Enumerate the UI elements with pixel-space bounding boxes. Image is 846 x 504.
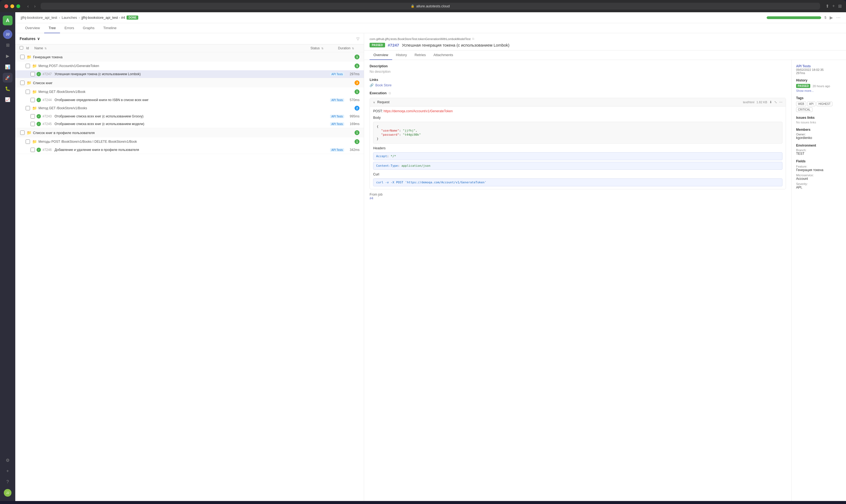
more-actions-icon[interactable]: ⋯	[779, 100, 782, 104]
sidebar-icon-profile[interactable]: JJ	[3, 488, 13, 498]
api-tests-section: API Tests 09/02/2022 18:02:35 297ms	[796, 64, 842, 75]
breadcrumb-project[interactable]: jjfhj-bookstore_api_test	[21, 16, 57, 20]
method-row-3[interactable]: 📁 Метод GET /BookStore/v1/Books 2	[15, 104, 364, 112]
sidebar-icon-defects[interactable]: 🐛	[3, 84, 13, 93]
detail-tab-overview[interactable]: Overview	[369, 50, 392, 60]
minimize-button[interactable]	[10, 4, 14, 8]
sidebar-icon-settings[interactable]: ⚙	[3, 455, 13, 465]
body-section: Body { "userName": "jjfhj", "password":	[373, 116, 782, 144]
sidebar-icon-help[interactable]: ?	[3, 477, 13, 487]
lock-icon: 🔒	[411, 4, 415, 8]
test-row-7245[interactable]: ✓ #7245 Отображение списка всех книг (с …	[15, 120, 364, 128]
feature-checkbox-3[interactable]	[20, 130, 25, 135]
tab-overview[interactable]: Overview	[21, 23, 44, 33]
test-checkbox-7247[interactable]	[31, 72, 35, 76]
sidebar-icon-add[interactable]: +	[3, 466, 13, 476]
detail-tab-attachments[interactable]: Attachments	[430, 50, 457, 60]
feature-count-2: 3	[355, 80, 360, 85]
maximize-button[interactable]	[16, 4, 20, 8]
detail-tab-retries[interactable]: Retries	[411, 50, 430, 60]
status-sort-icon: ⇅	[321, 47, 324, 50]
feature-row-2[interactable]: 📁 Список книг 3	[15, 78, 364, 87]
sidebar-icon-tests[interactable]: 🚀	[3, 73, 13, 83]
test-row-7243[interactable]: ✓ #7243 Отображение списка всех книг (с …	[15, 112, 364, 120]
test-checkbox-7243[interactable]	[31, 114, 35, 119]
body-code-block: { "userName": "jjfhj", "password": "t44@…	[373, 122, 782, 144]
request-card: ∨ Request text/html 1.82 KB ⬇ ⤡ ⋯	[369, 98, 786, 190]
method-checkbox-2[interactable]	[25, 90, 31, 94]
col-name-header[interactable]: Name ⇅	[34, 46, 310, 50]
breadcrumb: jjfhj-bookstore_api_test › Launches › jj…	[21, 16, 138, 20]
breadcrumb-launches[interactable]: Launches	[62, 16, 77, 20]
class-path-text: com.github.jjfhj.tests.BookStoreTest.tok…	[369, 37, 470, 41]
select-all-checkbox[interactable]	[20, 46, 23, 50]
post-url-link[interactable]: https://demoqa.com/Account/v1/GenerateTo…	[383, 109, 452, 113]
method-folder-icon-2: 📁	[32, 90, 37, 94]
method-name-1: Метод POST /Account/v1/GenerateToken	[38, 64, 355, 68]
expand-icon[interactable]: ⤡	[774, 100, 777, 104]
test-tag-7247: API Tests	[330, 72, 344, 76]
grid-icon[interactable]: ⊞	[838, 3, 842, 9]
detail-tab-history[interactable]: History	[392, 50, 411, 60]
back-button[interactable]: ‹	[25, 3, 30, 9]
request-toggle[interactable]: ∨	[373, 101, 375, 104]
test-row-7244[interactable]: ✓ #7244 Отображение определенной книги п…	[15, 96, 364, 104]
filter-icon[interactable]: ▽	[357, 36, 360, 41]
test-tag-7246: API Tests	[330, 148, 344, 152]
curl-title: Curl	[373, 173, 782, 176]
method-row-1[interactable]: 📁 Метод POST /Account/v1/GenerateToken 1	[15, 61, 364, 70]
user-avatar[interactable]: JJ	[3, 30, 12, 39]
tab-graphs[interactable]: Graphs	[79, 23, 99, 33]
close-button[interactable]	[4, 4, 8, 8]
sidebar-icon-metrics[interactable]: 📈	[3, 94, 13, 104]
test-id-7246: #7246	[42, 148, 53, 152]
top-header: jjfhj-bookstore_api_test › Launches › jj…	[15, 12, 846, 23]
test-row-7247[interactable]: ✓ #7247 Успешная генерация токена (с исп…	[15, 70, 364, 78]
method-checkbox-3[interactable]	[25, 106, 31, 110]
download-icon[interactable]: ⬇	[770, 100, 772, 104]
execution-header: Execution ⧉	[369, 91, 786, 95]
method-checkbox-4[interactable]	[25, 140, 31, 144]
test-duration-7244: 570ms	[346, 98, 360, 102]
feature-checkbox-1[interactable]	[20, 55, 25, 59]
method-row-2[interactable]: 📁 Метод GET /BookStore/v1/Book 1	[15, 87, 364, 96]
test-checkbox-7246[interactable]	[31, 148, 35, 152]
link-bookstore[interactable]: Book Store	[375, 83, 391, 87]
share-icon[interactable]: ⬆	[826, 3, 829, 9]
header-accept-val: */*	[391, 155, 396, 158]
feature-row-1[interactable]: 📁 Генерация токена 1	[15, 52, 364, 61]
test-name-7246: Добавление и удаление книги в профиле по…	[54, 148, 328, 152]
features-title[interactable]: Features ∨	[20, 36, 40, 41]
feature-checkbox-2[interactable]	[20, 80, 25, 85]
breadcrumb-sep1: ›	[59, 16, 60, 20]
method-checkbox-1[interactable]	[25, 64, 31, 68]
address-bar[interactable]: 🔒 allure.autotests.cloud	[41, 3, 820, 10]
sidebar-icon-reports[interactable]: 📊	[3, 62, 13, 72]
test-status-passed-7244: ✓	[37, 98, 41, 102]
links-label: Links	[369, 78, 786, 82]
tab-timeline[interactable]: Timeline	[99, 23, 121, 33]
sidebar-icon-dashboard[interactable]: ⊞	[3, 40, 13, 50]
app-logo[interactable]: A	[3, 16, 13, 25]
tab-errors[interactable]: Errors	[60, 23, 78, 33]
execution-label: Execution	[369, 91, 386, 95]
feature-row-3[interactable]: 📁 Список книг в профиле пользователя 1	[15, 128, 364, 137]
copy-icon[interactable]: ⧉	[472, 37, 474, 41]
test-row-7246[interactable]: ✓ #7246 Добавление и удаление книги в пр…	[15, 146, 364, 154]
from-job-link[interactable]: #4	[369, 196, 373, 200]
method-row-4[interactable]: 📁 Методы POST /BookStore/v1/Books I DELE…	[15, 137, 364, 146]
test-checkbox-7244[interactable]	[31, 98, 35, 102]
col-status-header[interactable]: Status ⇅	[310, 46, 332, 50]
copy-attachments-icon[interactable]: ⧉	[389, 91, 391, 95]
detail-header: com.github.jjfhj.tests.BookStoreTest.tok…	[364, 33, 846, 50]
more-icon[interactable]: ⋯	[836, 15, 841, 20]
col-duration-header[interactable]: Duration ⇅	[332, 46, 354, 50]
play-icon[interactable]: ▶	[830, 15, 833, 20]
tab-tree[interactable]: Tree	[44, 23, 60, 33]
new-tab-icon[interactable]: +	[832, 3, 835, 9]
test-checkbox-7245[interactable]	[31, 122, 35, 126]
forward-button[interactable]: ›	[32, 3, 37, 9]
sidebar-icon-launches[interactable]: ▶	[3, 51, 13, 61]
show-more-link[interactable]: Show more...	[796, 89, 842, 92]
feature-folder-icon-2: 📁	[27, 80, 31, 85]
